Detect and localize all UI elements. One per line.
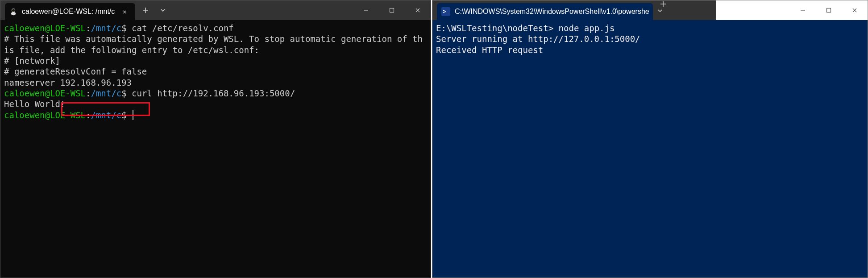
terminal-output: Hello World! [4, 99, 427, 109]
close-window-button[interactable] [405, 0, 431, 20]
command-text: node app.js [559, 23, 615, 33]
minimize-button[interactable] [353, 0, 379, 20]
tab-title: caloewen@LOE-WSL: /mnt/c [22, 8, 115, 16]
svg-point-0 [12, 8, 15, 12]
powershell-terminal-window: >_ C:\WINDOWS\System32\WindowsPowerShell… [432, 0, 868, 278]
cursor [133, 110, 133, 120]
terminal-output: # This file was automatically generated … [4, 33, 427, 55]
terminal-output: # [network] [4, 55, 427, 66]
terminal-line: caloewen@LOE-WSL:/mnt/c$ [4, 110, 427, 120]
tab-dropdown-button[interactable] [156, 7, 170, 13]
prompt-user: caloewen@LOE-WSL [4, 88, 86, 98]
terminal-body[interactable]: E:\WSLTesting\nodeTest> node app.jsServe… [432, 20, 868, 278]
tux-icon [9, 8, 17, 16]
prompt-path: E:\WSLTesting\nodeTest> [436, 23, 553, 33]
prompt-symbol: $ [121, 23, 126, 33]
terminal-output: # generateResolvConf = false [4, 66, 427, 77]
wsl-terminal-window: caloewen@LOE-WSL: /mnt/c ✕ caloewen@LOE-… [0, 0, 431, 278]
svg-point-2 [12, 10, 13, 11]
prompt-path: /mnt/c [91, 23, 121, 33]
command-text: curl http://192.168.96.193:5000/ [132, 88, 295, 98]
window-controls-area [716, 0, 868, 20]
svg-point-3 [14, 10, 15, 11]
svg-point-1 [11, 12, 16, 16]
maximize-button[interactable] [379, 0, 405, 20]
prompt-symbol: $ [121, 88, 126, 98]
new-tab-button[interactable] [653, 0, 673, 8]
titlebar-spacer[interactable] [170, 0, 353, 20]
terminal-line: caloewen@LOE-WSL:/mnt/c$ cat /etc/resolv… [4, 23, 427, 33]
powershell-icon: >_ [441, 7, 450, 16]
svg-rect-4 [390, 8, 394, 12]
command-text: cat /etc/resolv.conf [132, 23, 234, 33]
tab-powershell[interactable]: >_ C:\WINDOWS\System32\WindowsPowerShell… [437, 3, 653, 20]
svg-rect-5 [827, 8, 831, 12]
prompt-path: /mnt/c [91, 88, 121, 98]
titlebar[interactable]: caloewen@LOE-WSL: /mnt/c ✕ [0, 0, 431, 20]
terminal-body[interactable]: caloewen@LOE-WSL:/mnt/c$ cat /etc/resolv… [0, 20, 431, 278]
terminal-output: nameserver 192.168.96.193 [4, 77, 427, 88]
terminal-output: Received HTTP request [436, 45, 864, 55]
prompt-user: caloewen@LOE-WSL [4, 23, 86, 33]
minimize-button[interactable] [790, 0, 816, 20]
close-tab-icon[interactable]: ✕ [119, 6, 130, 17]
tab-wsl[interactable]: caloewen@LOE-WSL: /mnt/c ✕ [5, 3, 135, 20]
tab-dropdown-button[interactable] [653, 8, 667, 14]
prompt-symbol: $ [121, 110, 126, 120]
new-tab-button[interactable] [135, 7, 156, 14]
maximize-button[interactable] [816, 0, 842, 20]
terminal-line: caloewen@LOE-WSL:/mnt/c$ curl http://192… [4, 88, 427, 99]
terminal-output: Server running at http://127.0.0.1:5000/ [436, 33, 864, 44]
close-window-button[interactable] [842, 0, 868, 20]
prompt-user: caloewen@LOE-WSL [4, 110, 86, 120]
titlebar[interactable]: >_ C:\WINDOWS\System32\WindowsPowerShell… [432, 0, 868, 20]
prompt-path: /mnt/c [91, 110, 121, 120]
terminal-line: E:\WSLTesting\nodeTest> node app.js [436, 23, 864, 33]
tab-title: C:\WINDOWS\System32\WindowsPowerShell\v1… [455, 8, 649, 16]
